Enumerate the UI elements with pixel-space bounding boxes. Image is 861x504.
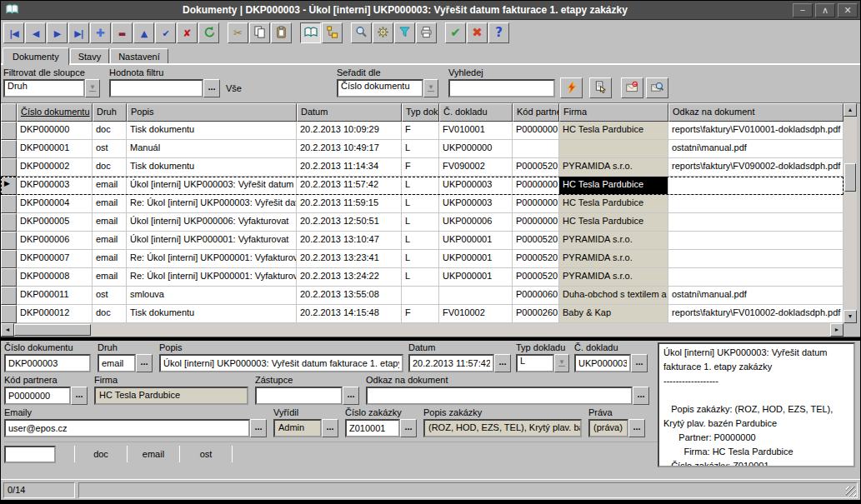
linked-records-button[interactable] <box>322 22 343 43</box>
cell[interactable]: 20.2.2013 12:50:51 <box>297 213 402 232</box>
table-row[interactable]: DKP000007emailRe: Úkol [interni] UKP0000… <box>1 250 843 268</box>
cell[interactable]: DKP000002 <box>17 158 93 177</box>
cell[interactable]: 20.2.2013 10:09:29 <box>297 122 402 140</box>
cislo-zakazky-ellipsis-button[interactable]: ... <box>400 419 417 437</box>
horizontal-scroll-thumb[interactable] <box>14 324 91 336</box>
cell[interactable]: 20.2.2013 11:14:34 <box>297 158 402 177</box>
cell[interactable]: FV010001 <box>439 122 513 140</box>
cell[interactable]: 20.2.2013 13:10:47 <box>297 232 402 250</box>
cell[interactable]: Re: Úkol [interni] UKP000001: Vyfakturov… <box>127 250 297 268</box>
cell[interactable]: 20.2.2013 10:49:17 <box>297 140 402 158</box>
cell[interactable]: 20.2.2013 13:23:41 <box>297 250 402 268</box>
cell[interactable]: DKP000007 <box>17 250 93 268</box>
cell[interactable]: L <box>402 268 439 287</box>
cell[interactable] <box>439 287 513 305</box>
cell[interactable]: UKP000003 <box>439 195 513 213</box>
document-preview-memo[interactable]: Úkol [interni] UKP000003: Vyřešit datum … <box>658 342 855 467</box>
table-row[interactable]: DKP000012docTisk dokumentu20.2.2013 14:1… <box>1 305 843 323</box>
datum-ellipsis-button[interactable]: ... <box>494 354 511 372</box>
cell[interactable]: DKP000006 <box>17 232 93 250</box>
c-dokladu-ellipsis-button[interactable]: ... <box>631 354 648 372</box>
cell[interactable]: ostatni\manual.pdf <box>668 287 843 305</box>
cell[interactable]: HC Tesla Pardubice <box>559 122 668 140</box>
cell[interactable] <box>668 250 843 268</box>
filter-button[interactable] <box>394 22 415 43</box>
column-header[interactable]: Datum <box>297 103 402 122</box>
cell[interactable]: Re: Úkol [interni] UKP000001: Vyfakturov… <box>127 268 297 287</box>
cell[interactable]: smlouva <box>127 287 297 305</box>
vertical-scrollbar[interactable]: ▲ ▼ <box>843 103 857 323</box>
documents-book-button[interactable] <box>300 22 321 43</box>
table-row[interactable]: DKP000002docTisk dokumentu20.2.2013 11:1… <box>1 158 843 177</box>
column-header[interactable]: Odkaz na dokument <box>668 103 843 122</box>
table-row[interactable]: DKP000000docTisk dokumentu20.2.2013 10:0… <box>1 122 843 140</box>
delete-record-button[interactable]: ▬ <box>112 22 133 43</box>
minimize-button[interactable]: − <box>793 3 813 17</box>
column-header[interactable]: Typ dokladu <box>402 103 439 122</box>
odkaz-input[interactable] <box>366 387 633 405</box>
odkaz-ellipsis-button[interactable]: ... <box>633 387 649 405</box>
chevron-down-icon[interactable]: ▼ <box>85 79 100 97</box>
last-record-button[interactable]: ▶| <box>68 22 89 43</box>
cancel-record-button[interactable]: ✘ <box>177 22 198 43</box>
type-filter-box[interactable] <box>4 446 56 463</box>
send-email-button[interactable]: e <box>621 77 643 98</box>
cell[interactable]: email <box>93 232 127 250</box>
filter-value-ellipsis-button[interactable]: ... <box>203 79 220 97</box>
cell[interactable]: P0000000 <box>513 122 559 140</box>
cell[interactable] <box>402 287 439 305</box>
prava-ellipsis-button[interactable]: ... <box>628 419 645 437</box>
cell[interactable]: 20.2.2013 11:57:42 <box>297 177 402 195</box>
cell[interactable]: PYRAMIDA s.r.o. <box>559 158 668 177</box>
emaily-ellipsis-button[interactable]: ... <box>250 419 267 437</box>
first-record-button[interactable]: |◀ <box>3 22 24 43</box>
cell[interactable]: PYRAMIDA s.r.o. <box>559 250 668 268</box>
zastupce-ellipsis-button[interactable]: ... <box>343 387 359 405</box>
cell[interactable]: F <box>402 305 439 323</box>
cell[interactable] <box>668 177 843 195</box>
resize-grip[interactable] <box>846 487 856 497</box>
cell[interactable]: doc <box>93 158 127 177</box>
cell[interactable]: DKP000000 <box>17 122 93 140</box>
cell[interactable]: F <box>402 122 439 140</box>
type-tab-doc[interactable]: doc <box>75 449 127 459</box>
cell[interactable]: reports\faktury\FV090002-dokladsdph.pdf <box>668 158 843 177</box>
cell[interactable]: 20.2.2013 13:24:22 <box>297 268 402 287</box>
cell[interactable]: doc <box>93 305 127 323</box>
cell[interactable]: Manuál <box>127 140 297 158</box>
cut-button[interactable]: ✂ <box>228 22 248 43</box>
tab-dokumenty[interactable]: Dokumenty <box>3 47 69 65</box>
table-row[interactable]: DKP000008emailRe: Úkol [interni] UKP0000… <box>1 268 843 287</box>
search-button[interactable] <box>351 22 372 43</box>
cell[interactable]: doc <box>93 122 127 140</box>
cell[interactable]: HC Tesla Pardubice <box>559 195 668 213</box>
table-row[interactable]: DKP000011ostsmlouva20.2.2013 13:55:08P00… <box>1 287 843 305</box>
cell[interactable]: FV010002 <box>439 305 513 323</box>
kod-partnera-input[interactable] <box>4 387 71 405</box>
cell[interactable]: HC Tesla Pardubice <box>559 177 668 195</box>
cell[interactable]: DKP000004 <box>17 195 93 213</box>
cell[interactable]: P0000060 <box>513 287 559 305</box>
cell[interactable]: L <box>402 250 439 268</box>
cell[interactable]: email <box>93 268 127 287</box>
cell[interactable]: DKP000001 <box>17 140 93 158</box>
cell[interactable]: L <box>402 177 439 195</box>
cell[interactable]: P0000520 <box>513 250 559 268</box>
post-record-button[interactable]: ✔ <box>155 22 176 43</box>
cell[interactable]: Tisk dokumentu <box>127 158 297 177</box>
cell[interactable]: Baby & Kap <box>559 305 668 323</box>
cell[interactable] <box>559 140 668 158</box>
cell[interactable]: FV090002 <box>439 158 513 177</box>
cell[interactable]: DKP000012 <box>17 305 93 323</box>
column-header[interactable]: Č. dokladu <box>439 103 513 122</box>
scroll-up-icon[interactable]: ▲ <box>843 103 857 117</box>
scroll-left-icon[interactable]: ◄ <box>1 323 14 337</box>
vertical-scroll-thumb[interactable] <box>844 163 856 192</box>
cell[interactable]: P0000520 <box>513 232 559 250</box>
cell[interactable]: email <box>93 177 127 195</box>
confirm-button[interactable]: ✔ <box>445 22 466 43</box>
cell[interactable]: UKP000001 <box>439 232 513 250</box>
edit-record-button[interactable]: ▲ <box>133 22 154 43</box>
table-row[interactable]: DKP000006emailÚkol [interni] UKP000001: … <box>1 232 843 250</box>
column-header[interactable]: Druh <box>93 103 127 122</box>
